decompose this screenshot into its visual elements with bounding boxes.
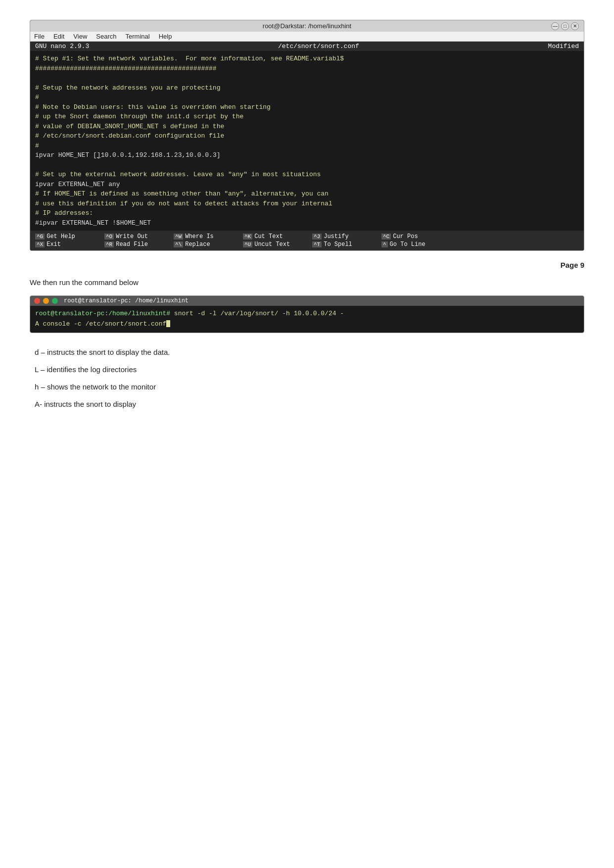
nano-shortcuts: ^G Get Help ^O Write Out ^W Where Is ^K … bbox=[30, 231, 584, 250]
dot-green bbox=[52, 298, 58, 304]
command-line2: A console -c /etc/snort/snort.conf bbox=[35, 320, 166, 328]
menu-file[interactable]: File bbox=[34, 33, 45, 40]
shortcut-justify[interactable]: ^J Justify bbox=[310, 233, 379, 241]
shortcut-row-1: ^G Get Help ^O Write Out ^W Where Is ^K … bbox=[33, 233, 581, 241]
shortcut-cur-pos[interactable]: ^C Cur Pos bbox=[379, 233, 449, 241]
page-number: Page 9 bbox=[30, 261, 584, 269]
shortcut-to-spell[interactable]: ^T To Spell bbox=[310, 241, 379, 248]
shortcut-replace[interactable]: ^\ Replace bbox=[172, 241, 241, 248]
bullet-item-a: A- instructs the snort to display bbox=[35, 400, 584, 408]
dot-red bbox=[34, 298, 40, 304]
shortcut-cut-text[interactable]: ^K Cut Text bbox=[241, 233, 310, 241]
key-caret: ^ bbox=[381, 241, 388, 247]
command-text: snort -d -l /var/log/snort/ -h 10.0.0.0/… bbox=[170, 310, 344, 317]
minimize-button[interactable]: — bbox=[551, 22, 559, 30]
key-t: ^T bbox=[312, 241, 322, 247]
command-title: root@translator-pc: /home/linuxhint bbox=[64, 297, 189, 304]
command-prompt: root@translator-pc:/home/linuxhint# bbox=[35, 310, 170, 317]
shortcut-read-file[interactable]: ^R Read File bbox=[102, 241, 172, 248]
nano-filename: /etc/snort/snort.conf bbox=[278, 43, 359, 50]
terminal-cursor bbox=[166, 320, 170, 327]
label-replace: Replace bbox=[185, 241, 210, 248]
shortcut-where-is[interactable]: ^W Where Is bbox=[172, 233, 241, 241]
bullet-item-h: h – shows the network to the monitor bbox=[35, 383, 584, 391]
key-backslash: ^\ bbox=[174, 241, 183, 247]
label-exit: Exit bbox=[47, 241, 61, 248]
menu-help[interactable]: Help bbox=[159, 33, 172, 40]
key-w: ^W bbox=[174, 234, 183, 240]
key-j: ^J bbox=[312, 234, 322, 240]
bullet-item-l: L – identifies the log directories bbox=[35, 365, 584, 374]
label-to-spell: To Spell bbox=[324, 241, 352, 248]
key-c: ^C bbox=[381, 234, 391, 240]
line-1: # Step #1: Set the network variables. Fo… bbox=[35, 55, 344, 149]
comment-external: # Set up the external network addresses.… bbox=[35, 171, 321, 178]
label-justify: Justify bbox=[324, 233, 348, 240]
key-o: ^O bbox=[104, 234, 114, 240]
command-body[interactable]: root@translator-pc:/home/linuxhint# snor… bbox=[30, 306, 584, 333]
menu-terminal[interactable]: Terminal bbox=[126, 33, 150, 40]
bullet-list: d – instructs the snort to display the d… bbox=[30, 348, 584, 408]
command-titlebar: root@translator-pc: /home/linuxhint bbox=[30, 296, 584, 306]
window-controls[interactable]: — □ ✕ bbox=[551, 22, 579, 30]
maximize-button[interactable]: □ bbox=[561, 22, 569, 30]
label-cur-pos: Cur Pos bbox=[393, 233, 418, 240]
key-g: ^G bbox=[35, 234, 45, 240]
shortcut-exit[interactable]: ^X Exit bbox=[33, 241, 102, 248]
commented-external: #ipvar EXTERNAL_NET !$HOME_NET bbox=[35, 219, 151, 227]
nano-version: GNU nano 2.9.3 bbox=[35, 43, 89, 50]
close-button[interactable]: ✕ bbox=[571, 22, 579, 30]
shortcut-row-2: ^X Exit ^R Read File ^\ Replace ^U Uncut… bbox=[33, 241, 581, 248]
nano-status: Modified bbox=[548, 43, 579, 50]
label-where-is: Where Is bbox=[185, 233, 214, 240]
shortcut-go-to-line[interactable]: ^ Go To Line bbox=[379, 241, 449, 248]
label-cut-text: Cut Text bbox=[254, 233, 283, 240]
command-terminal-window: root@translator-pc: /home/linuxhint root… bbox=[30, 295, 584, 333]
ipvar-external-net: ipvar EXTERNAL_NET any bbox=[35, 181, 120, 188]
label-write-out: Write Out bbox=[116, 233, 148, 240]
nano-titlebar: root@Darkstar: /home/linuxhint — □ ✕ bbox=[30, 20, 584, 32]
menu-view[interactable]: View bbox=[73, 33, 87, 40]
dot-yellow bbox=[43, 298, 49, 304]
label-go-to-line: Go To Line bbox=[390, 241, 425, 248]
shortcut-uncut-text[interactable]: ^U Uncut Text bbox=[241, 241, 310, 248]
ipvar-home-net: ipvar HOME_NET []10.0.0.1,192.168.1.23,1… bbox=[35, 151, 220, 159]
nano-menubar: File Edit View Search Terminal Help bbox=[30, 32, 584, 42]
shortcut-get-help[interactable]: ^G Get Help bbox=[33, 233, 102, 241]
comment-if-home: # If HOME_NET is defined as something ot… bbox=[35, 190, 332, 217]
intro-paragraph: We then run the command below bbox=[30, 278, 584, 287]
key-k: ^K bbox=[243, 234, 252, 240]
shortcut-write-out[interactable]: ^O Write Out bbox=[102, 233, 172, 241]
nano-title: root@Darkstar: /home/linuxhint bbox=[263, 22, 351, 30]
nano-editor-content[interactable]: # Step #1: Set the network variables. Fo… bbox=[30, 51, 584, 231]
label-uncut-text: Uncut Text bbox=[254, 241, 290, 248]
label-read-file: Read File bbox=[116, 241, 148, 248]
menu-search[interactable]: Search bbox=[96, 33, 116, 40]
key-r: ^R bbox=[104, 241, 114, 247]
menu-edit[interactable]: Edit bbox=[53, 33, 64, 40]
key-u: ^U bbox=[243, 241, 252, 247]
label-get-help: Get Help bbox=[47, 233, 75, 240]
nano-terminal-window: root@Darkstar: /home/linuxhint — □ ✕ Fil… bbox=[30, 20, 584, 251]
bullet-item-d: d – instructs the snort to display the d… bbox=[35, 348, 584, 356]
key-x: ^X bbox=[35, 241, 45, 247]
nano-statusbar: GNU nano 2.9.3 /etc/snort/snort.conf Mod… bbox=[30, 42, 584, 51]
